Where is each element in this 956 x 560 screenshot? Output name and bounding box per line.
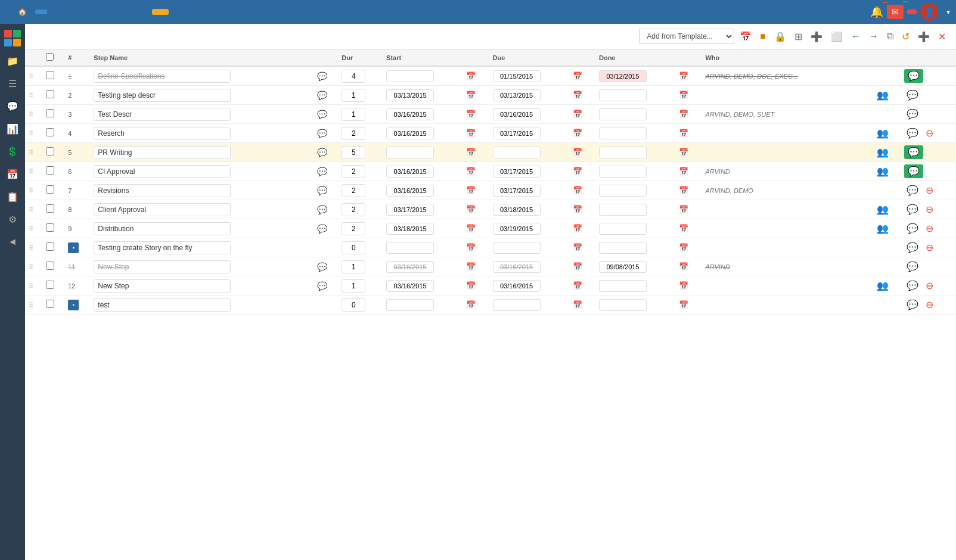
comment-button[interactable]: 💬 — [904, 260, 921, 273]
start-calendar-button[interactable]: 📅 — [465, 224, 477, 233]
done-date-input[interactable] — [599, 147, 647, 158]
sidebar-icon-chat[interactable]: 💬 — [2, 95, 23, 117]
start-calendar-button[interactable]: 📅 — [465, 167, 477, 176]
start-date-input[interactable] — [386, 242, 434, 254]
comment-button[interactable]: 💬 — [904, 298, 921, 312]
comment-button[interactable]: 💬 — [904, 69, 923, 83]
due-calendar-button[interactable]: 📅 — [572, 91, 583, 99]
start-date-input[interactable] — [386, 108, 434, 120]
due-date-input[interactable] — [493, 185, 541, 197]
due-calendar-button[interactable]: 📅 — [572, 205, 583, 214]
step-name-input[interactable] — [94, 241, 231, 254]
remove-button[interactable]: ⊖ — [923, 127, 936, 139]
done-date-input[interactable] — [599, 70, 647, 82]
done-calendar-button[interactable]: 📅 — [678, 148, 690, 157]
sidebar-icon-dollar[interactable]: 💲 — [2, 141, 23, 162]
due-calendar-button[interactable]: 📅 — [572, 281, 583, 290]
tb-refresh-icon[interactable]: ↺ — [899, 29, 912, 44]
group-icon[interactable]: 👥 — [877, 128, 889, 138]
due-calendar-button[interactable]: 📅 — [572, 129, 583, 138]
start-date-input[interactable] — [386, 299, 434, 311]
start-date-input[interactable] — [386, 204, 434, 216]
start-calendar-button[interactable]: 📅 — [465, 91, 477, 99]
duration-input[interactable] — [342, 203, 365, 216]
step-name-input[interactable] — [94, 203, 231, 216]
nav-setup[interactable] — [135, 10, 147, 14]
row-checkbox[interactable] — [46, 262, 54, 270]
group-icon[interactable]: 👥 — [877, 166, 889, 176]
drag-handle[interactable]: ⠿ — [29, 149, 33, 156]
mail-button[interactable]: ✉ — [887, 5, 904, 19]
duration-input[interactable] — [342, 241, 365, 254]
done-calendar-button[interactable]: 📅 — [678, 281, 690, 290]
duration-input[interactable] — [342, 89, 365, 102]
start-date-input[interactable] — [386, 223, 434, 235]
chat-icon[interactable]: 💬 — [317, 148, 327, 157]
remove-button[interactable]: ⊖ — [923, 203, 936, 216]
start-calendar-button[interactable]: 📅 — [465, 205, 477, 214]
done-calendar-button[interactable]: 📅 — [678, 91, 690, 99]
remove-button[interactable]: ⊖ — [923, 279, 936, 292]
step-name-input[interactable] — [94, 108, 231, 121]
step-name-input[interactable] — [94, 146, 231, 159]
chat-icon[interactable]: 💬 — [317, 129, 327, 138]
group-icon[interactable]: 👥 — [877, 147, 889, 157]
tb-window-icon[interactable]: ⬜ — [828, 29, 846, 44]
due-calendar-button[interactable]: 📅 — [572, 300, 583, 309]
sidebar-icon-calendar[interactable]: 📅 — [2, 163, 23, 185]
comment-button[interactable]: 💬 — [904, 145, 923, 159]
chat-icon[interactable]: 💬 — [317, 281, 327, 291]
remove-button[interactable]: ⊖ — [923, 184, 936, 197]
due-date-input[interactable] — [493, 166, 541, 178]
chat-icon[interactable]: 💬 — [317, 110, 327, 119]
chat-icon[interactable]: 💬 — [317, 91, 327, 100]
done-calendar-button[interactable]: 📅 — [678, 167, 690, 176]
sidebar-icon-clipboard[interactable]: 📋 — [2, 186, 23, 207]
duration-input[interactable] — [342, 298, 365, 312]
done-date-input[interactable] — [599, 223, 647, 235]
due-calendar-button[interactable]: 📅 — [572, 186, 583, 195]
done-calendar-button[interactable]: 📅 — [678, 262, 690, 271]
remove-button[interactable]: ⊖ — [923, 298, 936, 311]
tb-calendar-icon[interactable]: 📅 — [737, 29, 755, 44]
drag-handle[interactable]: ⠿ — [29, 263, 33, 270]
drag-handle[interactable]: ⠿ — [29, 130, 33, 137]
row-checkbox[interactable] — [46, 147, 54, 155]
tb-grid-icon[interactable]: ⊞ — [792, 29, 805, 44]
duration-input[interactable] — [342, 146, 365, 159]
start-calendar-button[interactable]: 📅 — [465, 281, 477, 290]
done-calendar-button[interactable]: 📅 — [678, 110, 690, 119]
nav-jobs[interactable] — [35, 10, 47, 14]
start-calendar-button[interactable]: 📅 — [465, 243, 477, 252]
sidebar-icon-list[interactable]: ☰ — [2, 73, 23, 94]
row-checkbox[interactable] — [46, 281, 54, 289]
due-date-input[interactable] — [493, 261, 541, 273]
done-calendar-button[interactable]: 📅 — [678, 243, 690, 252]
step-name-input[interactable] — [94, 222, 231, 235]
template-select[interactable]: Add from Template... — [639, 29, 734, 44]
remove-button[interactable]: ⊖ — [923, 241, 936, 254]
tb-arrow-left-icon[interactable]: ← — [848, 29, 864, 43]
comment-button[interactable]: 💬 — [904, 88, 921, 102]
done-calendar-button[interactable]: 📅 — [678, 186, 690, 195]
due-calendar-button[interactable]: 📅 — [572, 224, 583, 233]
comment-button[interactable]: 💬 — [904, 126, 921, 140]
nav-media[interactable] — [78, 10, 90, 14]
group-icon[interactable]: 👥 — [877, 204, 889, 214]
tb-arrow-right-icon[interactable]: → — [866, 29, 881, 43]
start-calendar-button[interactable]: 📅 — [465, 110, 477, 119]
due-calendar-button[interactable]: 📅 — [572, 262, 583, 271]
duration-input[interactable] — [342, 70, 365, 83]
due-calendar-button[interactable]: 📅 — [572, 71, 583, 80]
chat-icon[interactable]: 💬 — [317, 167, 327, 176]
start-calendar-button[interactable]: 📅 — [465, 300, 477, 309]
sidebar-icon-back[interactable]: ◄ — [2, 231, 23, 253]
row-checkbox[interactable] — [46, 300, 54, 308]
duration-input[interactable] — [342, 127, 365, 140]
done-date-input[interactable] — [599, 108, 647, 120]
start-calendar-button[interactable]: 📅 — [465, 262, 477, 271]
start-calendar-button[interactable]: 📅 — [465, 186, 477, 195]
done-date-input[interactable] — [599, 204, 647, 216]
row-checkbox[interactable] — [46, 204, 54, 213]
done-calendar-button[interactable]: 📅 — [678, 205, 690, 214]
